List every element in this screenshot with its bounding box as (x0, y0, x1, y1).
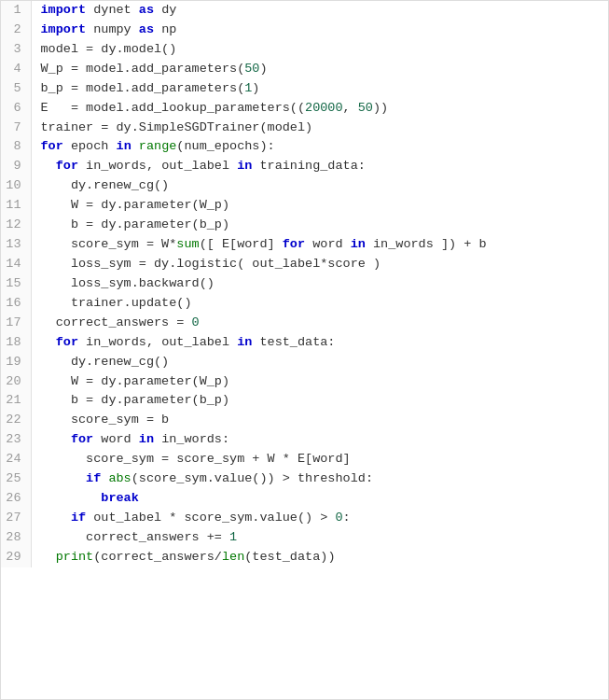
table-row: 10 dy.renew_cg() (1, 176, 608, 196)
code-token: score_sym = W* (41, 237, 177, 251)
table-row: 4W_p = model.add_parameters(50) (1, 60, 608, 79)
code-token: trainer.update() (41, 296, 192, 310)
line-number: 6 (1, 99, 31, 119)
line-number: 21 (1, 391, 31, 411)
code-token: in (237, 159, 252, 173)
table-row: 26 break (1, 489, 608, 509)
code-token: in (139, 432, 154, 446)
code-token: for (56, 159, 78, 173)
code-token (41, 511, 71, 525)
table-row: 12 b = dy.parameter(b_p) (1, 216, 608, 235)
code-token: score_sym = score_sym + W * E[word] (41, 452, 351, 466)
code-token: word (305, 237, 351, 251)
table-row: 27 if out_label * score_sym.value() > 0: (1, 509, 608, 528)
line-number: 19 (1, 353, 31, 372)
line-code: for in_words, out_label in test_data: (31, 333, 608, 353)
line-code: correct_answers += 1 (31, 528, 608, 548)
code-token: for (71, 432, 93, 446)
table-row: 8for epoch in range(num_epochs): (1, 137, 608, 157)
line-code: dy.renew_cg() (31, 176, 608, 196)
line-number: 7 (1, 119, 31, 138)
line-number: 20 (1, 372, 31, 392)
line-number: 28 (1, 528, 31, 548)
line-number: 18 (1, 333, 31, 353)
line-code: b = dy.parameter(b_p) (31, 391, 608, 411)
line-code: for word in in_words: (31, 430, 608, 450)
code-token: in (117, 139, 131, 153)
line-code: score_sym = b (31, 411, 608, 430)
line-code: print(correct_answers/len(test_data)) (31, 548, 608, 567)
code-token: (score_sym.value()) > threshold: (131, 471, 373, 485)
code-container: 1import dynet as dy2import numpy as np3m… (0, 0, 609, 700)
table-row: 29 print(correct_answers/len(test_data)) (1, 548, 608, 567)
code-token: )) (373, 101, 388, 115)
code-token: b_p = model.add_parameters( (41, 81, 245, 95)
code-token: in_words ]) + b (366, 237, 487, 251)
code-token: if (71, 511, 86, 525)
code-table: 1import dynet as dy2import numpy as np3m… (1, 1, 608, 567)
code-token: for (41, 335, 79, 349)
line-number: 5 (1, 79, 31, 99)
line-number: 10 (1, 176, 31, 196)
code-token: len (222, 550, 244, 564)
table-row: 17 correct_answers = 0 (1, 314, 608, 333)
line-code: W = dy.parameter(W_p) (31, 372, 608, 392)
line-number: 14 (1, 255, 31, 274)
code-token: trainer = dy.SimpleSGDTrainer(model) (41, 120, 313, 134)
code-token: 20000 (305, 101, 343, 115)
line-code: loss_sym.backward() (31, 274, 608, 294)
code-token: word (93, 432, 139, 446)
code-token: score_sym = b (41, 413, 170, 427)
line-code: b = dy.parameter(b_p) (31, 216, 608, 235)
line-number: 26 (1, 489, 31, 509)
code-token: for (41, 139, 63, 153)
code-token: dy (154, 3, 176, 17)
line-number: 12 (1, 216, 31, 235)
code-token: W_p = model.add_parameters( (41, 62, 245, 76)
code-token: training_data: (252, 159, 366, 173)
code-token: (correct_answers/ (93, 550, 222, 564)
line-number: 17 (1, 314, 31, 333)
code-token: 1 (229, 530, 237, 544)
code-token: 50 (244, 62, 259, 76)
code-token: np (154, 22, 176, 36)
table-row: 20 W = dy.parameter(W_p) (1, 372, 608, 392)
line-number: 2 (1, 21, 31, 40)
code-token: test_data: (252, 335, 335, 349)
code-token: b = dy.parameter(b_p) (41, 217, 230, 231)
code-token: in (351, 237, 366, 251)
code-token: abs (108, 471, 131, 485)
code-token: in_words, out_label (78, 335, 237, 349)
line-number: 4 (1, 60, 31, 79)
code-token (131, 139, 139, 153)
code-token: as (139, 22, 154, 36)
line-code: if out_label * score_sym.value() > 0: (31, 509, 608, 528)
code-token: correct_answers += (41, 530, 230, 544)
line-number: 23 (1, 430, 31, 450)
code-token: dynet (86, 3, 139, 17)
code-token: in_words, out_label (78, 159, 237, 173)
code-token: break (101, 491, 139, 505)
line-code: score_sym = score_sym + W * E[word] (31, 450, 608, 469)
code-token: in (237, 335, 252, 349)
code-token: loss_sym = dy.logistic( out_label*score … (41, 257, 381, 271)
line-number: 13 (1, 235, 31, 255)
code-token: : (343, 511, 351, 525)
line-number: 16 (1, 294, 31, 314)
table-row: 21 b = dy.parameter(b_p) (1, 391, 608, 411)
line-number: 22 (1, 411, 31, 430)
table-row: 7trainer = dy.SimpleSGDTrainer(model) (1, 119, 608, 138)
line-code: for epoch in range(num_epochs): (31, 137, 608, 157)
code-token: ) (252, 81, 259, 95)
table-row: 1import dynet as dy (1, 1, 608, 21)
line-code: model = dy.model() (31, 40, 608, 60)
line-code: dy.renew_cg() (31, 353, 608, 372)
code-token: 50 (358, 101, 373, 115)
code-token: correct_answers = (41, 315, 192, 329)
code-token: range (139, 139, 177, 153)
code-token: epoch (63, 139, 117, 153)
code-token (41, 471, 87, 485)
line-number: 11 (1, 196, 31, 216)
table-row: 16 trainer.update() (1, 294, 608, 314)
code-token: out_label * score_sym.value() > (86, 511, 335, 525)
